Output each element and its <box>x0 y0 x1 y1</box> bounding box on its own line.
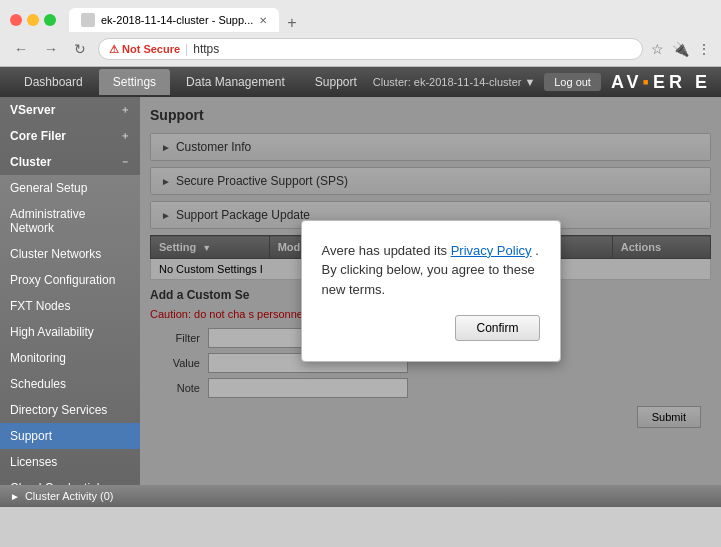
cluster-activity-label: Cluster Activity (0) <box>25 490 114 502</box>
not-secure-label: Not Secure <box>122 43 180 55</box>
not-secure-indicator: ⚠ Not Secure <box>109 43 180 56</box>
content-area: Support ► Customer Info ► Secure Proacti… <box>140 97 721 485</box>
sidebar-item-licenses[interactable]: Licenses <box>0 449 140 475</box>
minimize-window-button[interactable] <box>27 14 39 26</box>
maximize-window-button[interactable] <box>44 14 56 26</box>
vserver-expand-icon: ＋ <box>120 103 130 117</box>
browser-window-controls <box>10 14 56 26</box>
cluster-expand-icon: － <box>120 155 130 169</box>
modal-box: Avere has updated its Privacy Policy . B… <box>301 220 561 363</box>
app-tabs: Dashboard Settings Data Management Suppo… <box>10 69 535 95</box>
app-wrapper: Dashboard Settings Data Management Suppo… <box>0 67 721 507</box>
sidebar-label-proxy-config: Proxy Configuration <box>10 273 115 287</box>
privacy-policy-link[interactable]: Privacy Policy <box>451 243 532 258</box>
sidebar-label-licenses: Licenses <box>10 455 57 469</box>
sidebar-item-support[interactable]: Support <box>0 423 140 449</box>
sidebar-label-general-setup: General Setup <box>10 181 87 195</box>
sidebar-item-core-filer[interactable]: Core Filer ＋ <box>0 123 140 149</box>
sidebar-item-monitoring[interactable]: Monitoring <box>0 345 140 371</box>
extensions-button[interactable]: 🔌 <box>672 41 689 57</box>
new-tab-button[interactable]: + <box>279 14 304 32</box>
app-bottom-bar[interactable]: ► Cluster Activity (0) <box>0 485 721 507</box>
app-topbar: Dashboard Settings Data Management Suppo… <box>0 67 721 97</box>
cluster-dropdown-icon: ▼ <box>524 76 535 88</box>
browser-titlebar: ek-2018-11-14-cluster - Supp... ✕ + <box>0 0 721 32</box>
sidebar-item-fxt-nodes[interactable]: FXT Nodes <box>0 293 140 319</box>
bookmark-button[interactable]: ☆ <box>651 41 664 57</box>
sidebar-label-directory-services: Directory Services <box>10 403 107 417</box>
tab-dashboard[interactable]: Dashboard <box>10 69 97 95</box>
sidebar-label-cluster: Cluster <box>10 155 51 169</box>
menu-button[interactable]: ⋮ <box>697 41 711 57</box>
forward-button[interactable]: → <box>40 39 62 59</box>
sidebar-label-support: Support <box>10 429 52 443</box>
warning-icon: ⚠ <box>109 43 119 56</box>
tab-support[interactable]: Support <box>301 69 371 95</box>
sidebar-label-vserver: VServer <box>10 103 55 117</box>
core-filer-expand-icon: ＋ <box>120 129 130 143</box>
sidebar-item-vserver[interactable]: VServer ＋ <box>0 97 140 123</box>
app-logo: AV▪ER E <box>611 72 711 93</box>
address-text: https <box>193 42 219 56</box>
tab-settings[interactable]: Settings <box>99 69 170 95</box>
tab-favicon <box>81 13 95 27</box>
sidebar-item-cloud-credentials[interactable]: Cloud Credentials <box>0 475 140 485</box>
address-divider: | <box>185 42 188 56</box>
sidebar-label-cluster-networks: Cluster Networks <box>10 247 101 261</box>
refresh-button[interactable]: ↻ <box>70 39 90 59</box>
sidebar-item-schedules[interactable]: Schedules <box>0 371 140 397</box>
browser-tab-active[interactable]: ek-2018-11-14-cluster - Supp... ✕ <box>69 8 279 32</box>
address-bar[interactable]: ⚠ Not Secure | https <box>98 38 643 60</box>
sidebar-item-admin-network[interactable]: Administrative Network <box>0 201 140 241</box>
close-window-button[interactable] <box>10 14 22 26</box>
back-button[interactable]: ← <box>10 39 32 59</box>
modal-overlay: Avere has updated its Privacy Policy . B… <box>140 97 721 485</box>
sidebar-item-general-setup[interactable]: General Setup <box>0 175 140 201</box>
sidebar-label-core-filer: Core Filer <box>10 129 66 143</box>
tab-close-button[interactable]: ✕ <box>259 15 267 26</box>
modal-text: Avere has updated its Privacy Policy . B… <box>322 241 540 300</box>
sidebar-label-high-availability: High Availability <box>10 325 94 339</box>
sidebar-label-admin-network: Administrative Network <box>10 207 130 235</box>
tab-data-management[interactable]: Data Management <box>172 69 299 95</box>
sidebar-label-schedules: Schedules <box>10 377 66 391</box>
sidebar-label-monitoring: Monitoring <box>10 351 66 365</box>
sidebar-item-directory-services[interactable]: Directory Services <box>0 397 140 423</box>
sidebar: VServer ＋ Core Filer ＋ Cluster － General… <box>0 97 140 485</box>
sidebar-item-proxy-config[interactable]: Proxy Configuration <box>0 267 140 293</box>
bottom-bar-expand-icon: ► <box>10 491 20 502</box>
logout-button[interactable]: Log out <box>544 73 601 91</box>
modal-footer: Confirm <box>322 315 540 341</box>
sidebar-item-high-availability[interactable]: High Availability <box>0 319 140 345</box>
sidebar-item-cluster-networks[interactable]: Cluster Networks <box>0 241 140 267</box>
browser-navbar: ← → ↻ ⚠ Not Secure | https ☆ 🔌 ⋮ <box>0 32 721 66</box>
tab-title: ek-2018-11-14-cluster - Supp... <box>101 14 253 26</box>
sidebar-label-fxt-nodes: FXT Nodes <box>10 299 70 313</box>
sidebar-item-cluster[interactable]: Cluster － <box>0 149 140 175</box>
browser-nav-right: ☆ 🔌 ⋮ <box>651 41 711 57</box>
modal-text-part1: Avere has updated its <box>322 243 451 258</box>
confirm-button[interactable]: Confirm <box>455 315 539 341</box>
cluster-name-label: Cluster: ek-2018-11-14-cluster <box>373 76 522 88</box>
browser-tabs: ek-2018-11-14-cluster - Supp... ✕ + <box>69 8 711 32</box>
browser-chrome: ek-2018-11-14-cluster - Supp... ✕ + ← → … <box>0 0 721 67</box>
cluster-selector[interactable]: Cluster: ek-2018-11-14-cluster ▼ <box>373 69 535 95</box>
app-body: VServer ＋ Core Filer ＋ Cluster － General… <box>0 97 721 485</box>
